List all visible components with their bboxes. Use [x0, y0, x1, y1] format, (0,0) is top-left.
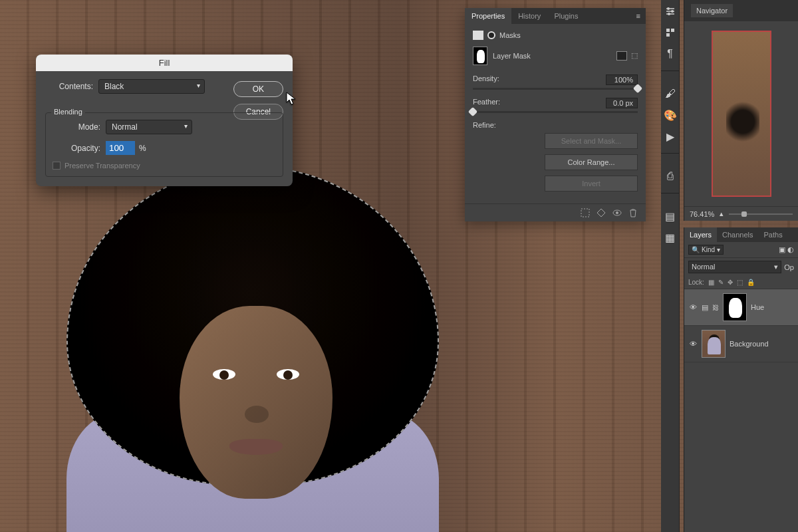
- svg-point-3: [667, 7, 670, 10]
- mouth: [229, 439, 283, 455]
- actions-icon[interactable]: ▶: [664, 130, 676, 142]
- svg-point-5: [668, 13, 670, 15]
- layer-name[interactable]: Background: [730, 340, 769, 348]
- lock-position-icon[interactable]: ✥: [728, 279, 733, 286]
- subject-face: [180, 306, 332, 499]
- tab-layers[interactable]: Layers: [684, 227, 717, 242]
- panel-menu-icon[interactable]: ≡: [631, 8, 646, 24]
- invert-button[interactable]: Invert: [545, 176, 638, 192]
- lock-all-icon[interactable]: 🔒: [747, 279, 755, 286]
- layers-panel: Layers Channels Paths 🔍Kind▾ ▣ ◐ Normal▾…: [684, 227, 798, 532]
- lock-label: Lock:: [688, 279, 704, 286]
- ok-button[interactable]: OK: [233, 81, 283, 97]
- vector-mask-icon[interactable]: [487, 31, 495, 39]
- density-label: Density:: [473, 74, 499, 85]
- eye-right: [277, 369, 299, 380]
- lock-pixels-icon[interactable]: ▦: [708, 279, 714, 286]
- properties-panel: Properties History Plugins ≡ Masks Layer…: [465, 8, 646, 221]
- navigator-preview[interactable]: [712, 31, 771, 197]
- layer-mask-thumbnail[interactable]: [723, 293, 747, 321]
- fill-dialog: Fill Contents: Black OK Cancel Blending …: [36, 55, 293, 186]
- zoom-value[interactable]: 76.41%: [690, 210, 714, 218]
- right-dock: ¶ 🖌 🎨 ▶ ⎙ ▤ ▦: [661, 0, 680, 532]
- visibility-toggle-icon[interactable]: 👁: [688, 340, 698, 348]
- load-selection-icon[interactable]: [581, 208, 590, 217]
- lock-artboard-icon[interactable]: ⬚: [737, 279, 743, 286]
- pixel-mask-icon[interactable]: [473, 31, 483, 40]
- tab-history[interactable]: History: [511, 8, 547, 24]
- svg-point-4: [671, 10, 674, 13]
- properties-tabs: Properties History Plugins ≡: [465, 8, 646, 24]
- apply-mask-icon[interactable]: [597, 208, 606, 217]
- visibility-icon[interactable]: [612, 208, 622, 217]
- mode-select[interactable]: Normal: [106, 120, 192, 134]
- tab-paths[interactable]: Paths: [759, 227, 788, 242]
- character-icon[interactable]: ¶: [664, 48, 676, 60]
- mask-view-icon[interactable]: [616, 51, 627, 61]
- filter-image-icon[interactable]: ▣: [779, 245, 785, 254]
- preserve-transparency-label: Preserve Transparency: [65, 162, 140, 170]
- feather-label: Feather:: [473, 98, 500, 108]
- navigator-panel: Navigator 76.41% ▴: [684, 0, 798, 221]
- contents-label: Contents:: [45, 82, 98, 91]
- density-value[interactable]: 100%: [606, 74, 638, 85]
- adjustment-layer-icon[interactable]: ▤: [702, 303, 708, 312]
- tab-navigator[interactable]: Navigator: [691, 4, 733, 17]
- opacity-input[interactable]: [106, 141, 135, 155]
- opacity-unit: %: [139, 144, 146, 153]
- adjustments-icon[interactable]: [664, 5, 676, 17]
- channels-dock-icon[interactable]: ▦: [664, 231, 676, 243]
- feather-value[interactable]: 0.0 px: [606, 98, 638, 108]
- layer-mask-thumb[interactable]: [473, 47, 487, 65]
- preserve-transparency-checkbox[interactable]: [53, 162, 61, 170]
- layer-mask-label: Layer Mask: [493, 52, 531, 60]
- trash-icon[interactable]: [628, 208, 638, 217]
- layer-name[interactable]: Hue: [751, 303, 764, 311]
- masks-label: Masks: [499, 31, 521, 39]
- navigator-tab-bar: Navigator: [684, 0, 798, 21]
- blend-mode-select[interactable]: Normal▾: [688, 261, 781, 273]
- refine-label: Refine:: [473, 121, 638, 129]
- filter-adjust-icon[interactable]: ◐: [787, 245, 794, 254]
- clone-icon[interactable]: ⎙: [664, 170, 676, 182]
- eye-left: [213, 369, 235, 380]
- svg-rect-8: [666, 33, 670, 37]
- mode-label: Mode:: [53, 122, 106, 132]
- brush-icon[interactable]: 🖌: [664, 88, 676, 100]
- layer-item-hue[interactable]: 👁 ▤ ⛓ Hue: [684, 289, 798, 326]
- zoom-out-icon[interactable]: ▴: [720, 209, 724, 218]
- layers-opacity-label: Op: [784, 263, 794, 271]
- layer-item-background[interactable]: 👁 Background: [684, 326, 798, 362]
- tab-plugins[interactable]: Plugins: [547, 8, 585, 24]
- layer-filter-kind[interactable]: 🔍Kind▾: [688, 245, 724, 255]
- tab-channels[interactable]: Channels: [717, 227, 758, 242]
- fill-dialog-title: Fill: [36, 55, 293, 71]
- nose: [245, 406, 269, 423]
- layer-thumbnail[interactable]: [702, 330, 726, 358]
- libraries-icon[interactable]: [664, 27, 676, 39]
- tab-properties[interactable]: Properties: [465, 8, 511, 24]
- density-slider[interactable]: [473, 88, 638, 90]
- mask-unlink-icon[interactable]: ⬚: [631, 51, 638, 61]
- visibility-toggle-icon[interactable]: 👁: [688, 303, 698, 311]
- color-range-button[interactable]: Color Range...: [545, 154, 638, 170]
- swatches-icon[interactable]: 🎨: [664, 109, 676, 121]
- select-and-mask-button[interactable]: Select and Mask...: [545, 133, 638, 149]
- zoom-slider[interactable]: [729, 213, 793, 215]
- svg-point-2: [616, 211, 618, 214]
- blending-legend: Blending: [51, 108, 85, 116]
- link-icon[interactable]: ⛓: [712, 304, 719, 311]
- lock-brush-icon[interactable]: ✎: [718, 279, 724, 286]
- contents-select[interactable]: Black: [98, 79, 205, 94]
- opacity-label: Opacity:: [53, 144, 106, 153]
- feather-slider[interactable]: [473, 111, 638, 113]
- svg-rect-6: [666, 29, 670, 32]
- layers-dock-icon[interactable]: ▤: [664, 210, 676, 222]
- svg-rect-7: [671, 29, 674, 32]
- svg-rect-0: [581, 209, 589, 217]
- cursor-icon: [286, 92, 297, 106]
